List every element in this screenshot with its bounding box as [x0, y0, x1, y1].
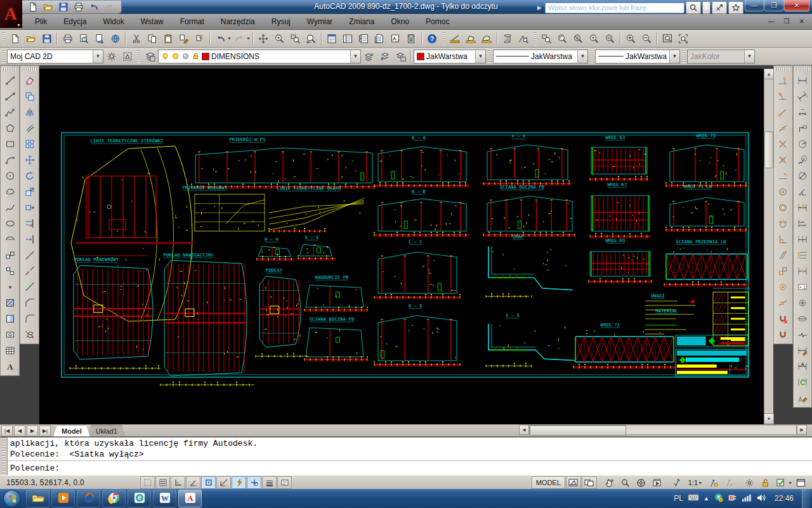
- my-workspace-button[interactable]: [119, 48, 135, 64]
- toolbar-grip[interactable]: [488, 50, 491, 63]
- linear-button[interactable]: [794, 72, 811, 88]
- close-button[interactable]: ✕: [784, 0, 809, 11]
- zoom-all-button[interactable]: [660, 30, 676, 46]
- insert-block-button[interactable]: [1, 247, 18, 263]
- hidden-icons-chevron[interactable]: ▲: [704, 495, 709, 502]
- menu-item-edycja[interactable]: Edycja: [55, 15, 95, 29]
- layer-states-manager-button[interactable]: [393, 48, 409, 64]
- lineweight-combo-arrow[interactable]: ▼: [669, 50, 679, 63]
- toolbar-grip[interactable]: [3, 67, 16, 71]
- scale-button[interactable]: [21, 184, 38, 199]
- toggle-grid[interactable]: [155, 476, 170, 489]
- vertical-scrollbar[interactable]: ▲ ▼: [764, 69, 773, 424]
- dimension-space-button[interactable]: [794, 247, 811, 263]
- horizontal-scroll-track[interactable]: [529, 425, 797, 435]
- revision-cloud-button[interactable]: [1, 184, 18, 199]
- annotation-scale-dropdown-icon[interactable]: ▼: [698, 481, 702, 485]
- toolbar-grip[interactable]: [137, 50, 140, 63]
- snap-to-quadrant-button[interactable]: [775, 199, 792, 215]
- hatch-button[interactable]: [1, 295, 18, 311]
- markup-set-manager-button[interactable]: [388, 30, 403, 46]
- tab-nav-first[interactable]: |◀: [1, 425, 13, 436]
- snap-from-button[interactable]: [775, 88, 792, 104]
- osnap-settings-button[interactable]: [775, 326, 792, 342]
- designcenter-button[interactable]: [340, 30, 356, 46]
- zoom-extents-button[interactable]: [676, 30, 691, 46]
- clock[interactable]: 22:46: [775, 494, 794, 503]
- zoom-window-button[interactable]: [539, 30, 554, 46]
- horizontal-scrollbar[interactable]: ◀ ▶: [519, 425, 807, 435]
- zoom-dynamic-button[interactable]: [554, 30, 570, 46]
- redo-flyout-icon[interactable]: ▼: [246, 36, 251, 41]
- polyline-button[interactable]: [1, 104, 18, 120]
- undo-flyout-icon[interactable]: ▼: [227, 36, 232, 41]
- toggle-qp[interactable]: [277, 476, 292, 489]
- layer-combo[interactable]: DIMENSIONS ▼: [158, 50, 361, 64]
- annotation-visibility-icon[interactable]: [705, 476, 721, 489]
- quick-dimension-button[interactable]: [794, 199, 811, 215]
- dimension-edit-button[interactable]: [794, 342, 811, 358]
- model-space-button[interactable]: MODEL: [532, 476, 565, 489]
- stretch-button[interactable]: [21, 199, 38, 215]
- quickcalc-button[interactable]: [403, 30, 419, 46]
- tab-ukad1[interactable]: Układ1: [88, 425, 126, 437]
- menu-item-rysuj[interactable]: Rysuj: [263, 15, 299, 29]
- volume-speaker-icon[interactable]: [756, 493, 766, 504]
- snap-to-parallel-button[interactable]: [775, 247, 792, 263]
- publish-button[interactable]: [91, 30, 107, 46]
- drawing-restore-button[interactable]: ❐: [780, 17, 793, 26]
- copy-object-button[interactable]: [21, 88, 38, 104]
- zoom-out-button[interactable]: [639, 30, 655, 46]
- new-button[interactable]: [7, 30, 23, 46]
- gradient-button[interactable]: [1, 311, 18, 326]
- linetype-combo-arrow[interactable]: ▼: [577, 50, 587, 63]
- ellipse-button[interactable]: [1, 215, 18, 231]
- list-button[interactable]: [500, 30, 516, 46]
- taskbar-app-autocad[interactable]: A: [178, 490, 202, 507]
- annotation-scale-value[interactable]: 1:1▼: [686, 477, 705, 488]
- line-button[interactable]: [1, 72, 18, 88]
- tab-nav-last[interactable]: ▶|: [39, 425, 51, 436]
- circle-button[interactable]: [1, 168, 18, 184]
- chamfer-button[interactable]: [21, 295, 38, 311]
- toolbar-grip[interactable]: [796, 67, 809, 71]
- show-desktop-button[interactable]: [802, 489, 809, 508]
- ellipse-arc-button[interactable]: [1, 231, 18, 247]
- drawing-canvas[interactable]: LINIE TEORETYCZNE STERÓWKIPRZEKRÓJ W PSA…: [39, 69, 764, 424]
- fillet-button[interactable]: [21, 311, 38, 326]
- network-signal-icon[interactable]: [742, 493, 752, 504]
- region-button[interactable]: [1, 326, 18, 342]
- toggle-otrack[interactable]: [216, 476, 231, 489]
- erase-button[interactable]: [21, 72, 38, 88]
- infocenter-search-input[interactable]: [545, 3, 684, 13]
- language-indicator[interactable]: PL: [674, 494, 683, 503]
- layout-tabs-icon[interactable]: [582, 476, 597, 489]
- workspace-combo[interactable]: Moj CAD 2D ▼: [7, 50, 103, 64]
- multiline-text-button[interactable]: A: [1, 358, 18, 374]
- area-button[interactable]: [463, 30, 479, 46]
- region-mass-properties-button[interactable]: [479, 30, 495, 46]
- restore-button[interactable]: ❐: [764, 0, 783, 11]
- toolbar-grip[interactable]: [442, 32, 445, 45]
- snap-to-none-button[interactable]: [775, 311, 792, 326]
- zoom-object-button[interactable]: [602, 30, 618, 46]
- command-window[interactable]: aplikacji, która uzyskała licencję firmy…: [0, 436, 812, 476]
- taskbar-app-explorer[interactable]: [26, 490, 49, 507]
- zoom-in-button[interactable]: [623, 30, 639, 46]
- menu-item-pomoc[interactable]: Pomoc: [417, 15, 457, 29]
- id-point-button[interactable]: [516, 30, 532, 46]
- explode-button[interactable]: [21, 326, 38, 342]
- snap-to-tangent-button[interactable]: [775, 215, 792, 231]
- match-properties-button[interactable]: [176, 30, 192, 46]
- zoom-center-button[interactable]: [586, 30, 602, 46]
- array-button[interactable]: [21, 136, 38, 152]
- keyboard-layout-icon[interactable]: [688, 493, 699, 504]
- toggle-snap[interactable]: [140, 476, 155, 489]
- search-button[interactable]: [686, 1, 701, 14]
- snap-to-insertion-button[interactable]: [775, 263, 792, 279]
- zoom-realtime-button[interactable]: [272, 30, 287, 46]
- polygon-button[interactable]: [1, 120, 18, 136]
- distance-button[interactable]: [447, 30, 463, 46]
- tool-palettes-button[interactable]: [356, 30, 372, 46]
- toggle-ducs[interactable]: [232, 476, 246, 489]
